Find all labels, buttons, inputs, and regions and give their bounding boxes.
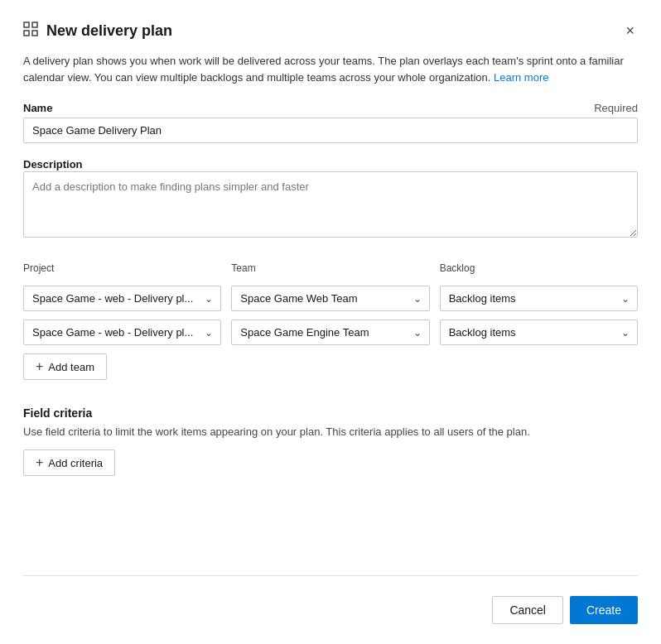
learn-more-link[interactable]: Learn more xyxy=(494,71,548,84)
teams-section: Project Team Backlog Space Game - web - … xyxy=(23,262,638,380)
team-row: Space Game - web - Delivery pl... ⌄ Spac… xyxy=(23,286,638,311)
svg-rect-2 xyxy=(24,31,29,36)
plus-icon: + xyxy=(36,455,43,470)
delivery-plan-icon xyxy=(23,22,38,40)
add-team-label: Add team xyxy=(48,361,94,373)
team-dropdown-2[interactable]: Space Game Engine Team ⌄ xyxy=(231,320,429,345)
field-criteria-description: Use field criteria to limit the work ite… xyxy=(23,425,638,440)
backlog-dropdown-1[interactable]: Backlog items ⌄ xyxy=(440,286,638,311)
name-label: Name xyxy=(23,102,52,114)
col-team-label: Team xyxy=(231,262,429,274)
col-backlog-label: Backlog xyxy=(440,262,638,274)
project-select-1[interactable]: Space Game - web - Delivery pl... xyxy=(23,286,221,311)
add-criteria-label: Add criteria xyxy=(48,457,103,469)
cancel-button[interactable]: Cancel xyxy=(492,596,563,624)
name-section: Name Required xyxy=(23,102,638,143)
dialog-title-row: New delivery plan xyxy=(23,22,172,40)
teams-header: Project Team Backlog xyxy=(23,262,638,279)
dialog-footer: Cancel Create xyxy=(23,575,638,624)
new-delivery-plan-dialog: New delivery plan × A delivery plan show… xyxy=(0,0,661,644)
project-dropdown-2[interactable]: Space Game - web - Delivery pl... ⌄ xyxy=(23,320,221,345)
name-input[interactable] xyxy=(23,118,638,143)
add-criteria-button[interactable]: + Add criteria xyxy=(23,449,115,476)
description-input[interactable] xyxy=(23,171,638,238)
close-button[interactable]: × xyxy=(622,20,638,41)
svg-rect-3 xyxy=(32,31,37,36)
project-select-2[interactable]: Space Game - web - Delivery pl... xyxy=(23,320,221,345)
backlog-select-2[interactable]: Backlog items xyxy=(440,320,638,345)
col-project-label: Project xyxy=(23,262,221,274)
description-label: Description xyxy=(23,158,83,171)
svg-rect-1 xyxy=(32,22,37,27)
plus-icon: + xyxy=(36,359,43,374)
dialog-title: New delivery plan xyxy=(46,22,172,40)
dialog-description: A delivery plan shows you when work will… xyxy=(23,53,638,85)
team-row: Space Game - web - Delivery pl... ⌄ Spac… xyxy=(23,320,638,345)
create-button[interactable]: Create xyxy=(570,596,638,624)
description-section: Description xyxy=(23,156,638,241)
add-team-button[interactable]: + Add team xyxy=(23,353,107,380)
field-criteria-title: Field criteria xyxy=(23,406,638,420)
team-select-2[interactable]: Space Game Engine Team xyxy=(231,320,429,345)
name-field-row: Name Required xyxy=(23,102,638,114)
backlog-dropdown-2[interactable]: Backlog items ⌄ xyxy=(440,320,638,345)
backlog-select-1[interactable]: Backlog items xyxy=(440,286,638,311)
required-label: Required xyxy=(594,102,638,114)
svg-rect-0 xyxy=(24,22,29,27)
project-dropdown-1[interactable]: Space Game - web - Delivery pl... ⌄ xyxy=(23,286,221,311)
team-select-1[interactable]: Space Game Web Team xyxy=(231,286,429,311)
field-criteria-section: Field criteria Use field criteria to lim… xyxy=(23,406,638,476)
team-dropdown-1[interactable]: Space Game Web Team ⌄ xyxy=(231,286,429,311)
dialog-header: New delivery plan × xyxy=(23,20,638,41)
